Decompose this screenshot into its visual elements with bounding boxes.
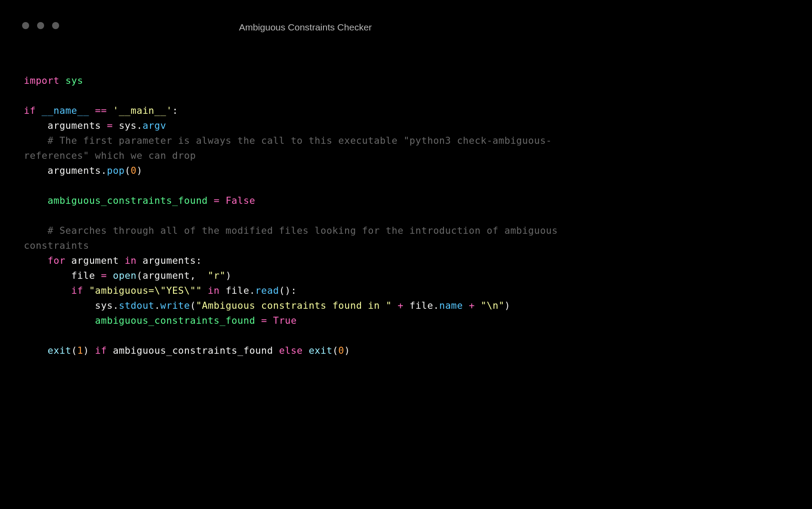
code-token: = <box>95 270 113 281</box>
code-token: pop <box>107 165 124 176</box>
code-token: write <box>160 300 190 311</box>
code-token: ( <box>71 345 77 356</box>
code-token: "Ambiguous constraints found in " <box>196 300 392 311</box>
code-indent <box>24 165 48 176</box>
code-indent <box>24 255 48 266</box>
code-indent <box>24 270 71 281</box>
code-token: if <box>71 285 83 296</box>
code-token: import <box>24 75 60 86</box>
code-token: : <box>291 285 297 296</box>
code-token: else <box>273 345 309 356</box>
close-window-button[interactable] <box>22 22 29 29</box>
minimize-window-button[interactable] <box>37 22 44 29</box>
code-token: exit <box>48 345 71 356</box>
code-indent <box>24 285 71 296</box>
code-token: . <box>101 165 107 176</box>
code-token: arguments <box>48 120 101 131</box>
code-token: name <box>439 300 463 311</box>
code-token: argv <box>143 120 166 131</box>
code-token: ambiguous_constraints_found <box>48 195 208 206</box>
code-token: ambiguous_constraints_found <box>113 345 273 356</box>
code-token: "r" <box>208 270 226 281</box>
code-token: ( <box>332 345 338 356</box>
window-title: Ambiguous Constraints Checker <box>239 22 372 33</box>
editor-window: Ambiguous Constraints Checker import sys… <box>0 0 611 367</box>
code-token: : <box>196 255 202 266</box>
code-token: stdout <box>119 300 154 311</box>
code-token: "ambiguous=\"YES\"" <box>83 285 202 296</box>
code-token: file <box>410 300 433 311</box>
code-indent <box>24 195 48 206</box>
code-token: . <box>136 120 142 131</box>
code-token: == <box>95 105 107 116</box>
traffic-lights <box>22 22 59 29</box>
code-token: ( <box>125 165 131 176</box>
code-token: ) <box>504 300 510 311</box>
code-token: ) <box>344 345 350 356</box>
code-token: in <box>125 255 137 266</box>
code-token: argument <box>143 270 190 281</box>
code-indent <box>24 300 95 311</box>
code-token: '__main__' <box>113 105 172 116</box>
code-indent <box>24 120 48 131</box>
code-token: file <box>226 285 249 296</box>
code-indent <box>24 225 48 236</box>
code-token: argument <box>65 255 124 266</box>
code-token: 0 <box>131 165 136 176</box>
code-token: 1 <box>77 345 83 356</box>
code-token: () <box>279 285 291 296</box>
code-token: ) <box>226 270 231 281</box>
code-token: , <box>190 270 207 281</box>
code-token: sys <box>65 75 83 86</box>
titlebar: Ambiguous Constraints Checker <box>0 0 611 25</box>
code-indent <box>24 135 48 146</box>
code-token: + <box>463 300 481 311</box>
code-token: = <box>255 315 273 326</box>
code-token: read <box>255 285 279 296</box>
code-token: . <box>433 300 439 311</box>
code-token: arguments <box>136 255 195 266</box>
code-token: ) <box>83 345 89 356</box>
code-token: = <box>208 195 226 206</box>
code-token: : <box>172 105 178 116</box>
code-token: + <box>392 300 410 311</box>
code-token: True <box>273 315 297 326</box>
code-token: False <box>226 195 255 206</box>
code-token: . <box>154 300 160 311</box>
code-token: . <box>113 300 119 311</box>
code-token: open <box>113 270 137 281</box>
maximize-window-button[interactable] <box>52 22 59 29</box>
code-comment: # The first parameter is always the call… <box>24 135 552 161</box>
code-token: 0 <box>338 345 344 356</box>
code-token: arguments <box>48 165 101 176</box>
code-token: sys <box>95 300 113 311</box>
code-indent <box>24 345 48 356</box>
code-token: = <box>101 120 119 131</box>
code-token: ambiguous_constraints_found <box>95 315 255 326</box>
code-token: ( <box>190 300 196 311</box>
code-token: if <box>89 345 113 356</box>
code-editor[interactable]: import sys if __name__ == '__main__': ar… <box>0 25 611 367</box>
code-token: sys <box>119 120 136 131</box>
code-token: __name__ <box>41 105 89 116</box>
code-token: ( <box>136 270 142 281</box>
code-comment: # Searches through all of the modified f… <box>24 225 564 251</box>
code-token: for <box>48 255 65 266</box>
code-token: "\n" <box>481 300 504 311</box>
code-token: exit <box>308 345 332 356</box>
code-token: file <box>71 270 95 281</box>
code-token: if <box>24 105 36 116</box>
code-token: in <box>202 285 226 296</box>
code-token: . <box>249 285 255 296</box>
code-indent <box>24 315 95 326</box>
code-token: ) <box>136 165 142 176</box>
